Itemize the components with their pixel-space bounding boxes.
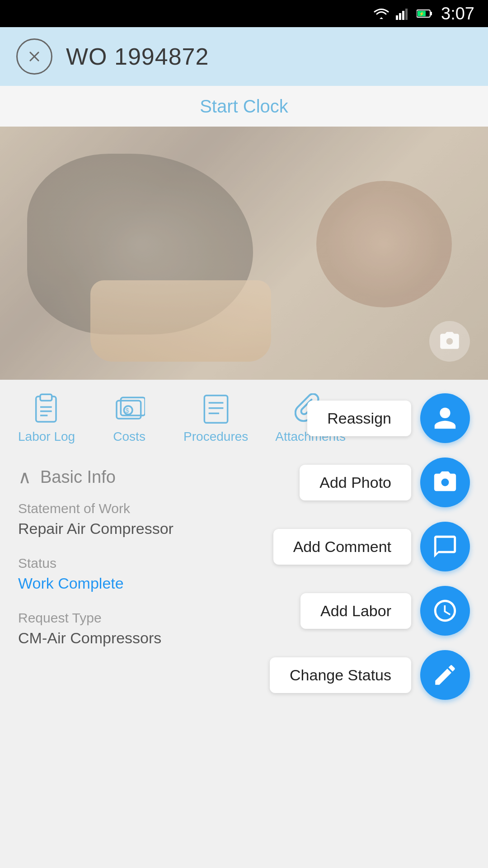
signal-icon <box>396 7 410 20</box>
tab-costs-label: Costs <box>113 429 145 444</box>
reassign-fab[interactable] <box>420 393 470 443</box>
status-icons: ⚡ <box>373 7 433 20</box>
add-photo-row: Add Photo <box>270 458 470 507</box>
close-button[interactable] <box>16 38 52 75</box>
comment-icon <box>432 533 458 560</box>
svg-text:⚡: ⚡ <box>419 11 425 17</box>
edit-icon <box>432 662 458 688</box>
svg-rect-5 <box>430 12 432 15</box>
add-photo-button[interactable]: Add Photo <box>300 465 411 500</box>
change-status-fab[interactable] <box>420 650 470 700</box>
svg-rect-11 <box>40 394 52 401</box>
add-labor-row: Add Labor <box>270 586 470 636</box>
image-overlay <box>0 127 488 380</box>
status-bar: ⚡ 3:07 <box>0 0 488 27</box>
clock-icon <box>432 598 458 624</box>
labor-log-icon <box>31 393 62 425</box>
tab-procedures-label: Procedures <box>183 429 248 444</box>
work-order-title: WO 1994872 <box>66 43 209 70</box>
reassign-row: Reassign <box>270 393 470 443</box>
tab-costs[interactable]: $ Costs <box>102 393 156 444</box>
change-status-row: Change Status <box>270 650 470 700</box>
svg-rect-3 <box>405 9 408 20</box>
procedures-icon <box>200 393 232 425</box>
fab-area: Reassign Add Photo Add Comment Add Labor <box>270 393 470 700</box>
add-labor-fab[interactable] <box>420 586 470 636</box>
camera-overlay-icon <box>438 330 461 353</box>
header: WO 1994872 <box>0 27 488 86</box>
costs-icon: $ <box>113 393 145 425</box>
reassign-button[interactable]: Reassign <box>307 401 411 436</box>
tab-labor-log[interactable]: Labor Log <box>18 393 75 444</box>
add-comment-button[interactable]: Add Comment <box>273 529 411 565</box>
person-icon <box>432 405 458 431</box>
svg-rect-19 <box>204 396 227 423</box>
tab-labor-log-label: Labor Log <box>18 429 75 444</box>
tab-procedures[interactable]: Procedures <box>183 393 248 444</box>
svg-rect-1 <box>399 13 401 20</box>
camera-overlay-button[interactable] <box>429 321 470 362</box>
add-comment-row: Add Comment <box>270 522 470 571</box>
add-photo-fab[interactable] <box>420 458 470 507</box>
add-comment-fab[interactable] <box>420 522 470 571</box>
status-time: 3:07 <box>441 4 474 24</box>
add-labor-button[interactable]: Add Labor <box>300 593 411 629</box>
start-clock-bar[interactable]: Start Clock <box>0 86 488 127</box>
work-order-image <box>0 127 488 380</box>
camera-icon <box>432 469 458 495</box>
basic-info-title: Basic Info <box>40 467 116 487</box>
change-status-button[interactable]: Change Status <box>270 657 411 693</box>
start-clock-text: Start Clock <box>200 96 288 117</box>
svg-rect-0 <box>396 15 398 20</box>
svg-text:$: $ <box>126 407 129 414</box>
svg-rect-2 <box>402 11 404 20</box>
chevron-up-icon: ∧ <box>18 467 31 487</box>
battery-icon: ⚡ <box>417 9 433 19</box>
wifi-icon <box>373 7 389 20</box>
